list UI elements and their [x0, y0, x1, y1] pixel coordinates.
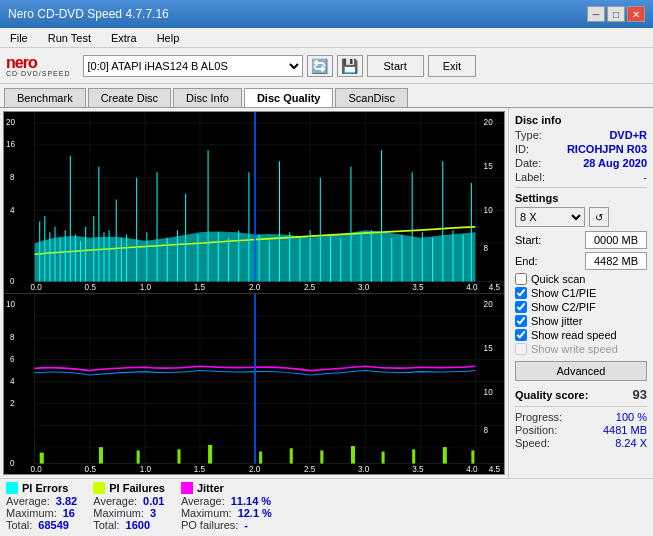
speed-select[interactable]: 8 X — [515, 207, 585, 227]
tab-bar: Benchmark Create Disc Disc Info Disc Qua… — [0, 84, 653, 108]
start-mb-row: Start: 0000 MB — [515, 231, 647, 249]
tab-benchmark[interactable]: Benchmark — [4, 88, 86, 107]
pi-errors-group: PI Errors Average: 3.82 Maximum: 16 Tota… — [6, 482, 77, 531]
svg-rect-108 — [259, 451, 262, 463]
svg-rect-112 — [382, 451, 385, 463]
menu-extra[interactable]: Extra — [105, 31, 143, 45]
tab-disc-quality[interactable]: Disc Quality — [244, 88, 334, 107]
end-input[interactable]: 4482 MB — [585, 252, 647, 270]
disc-date-row: Date: 28 Aug 2020 — [515, 157, 647, 169]
svg-text:0.5: 0.5 — [85, 282, 97, 292]
upper-chart: 20 16 8 4 0 20 15 10 8 0.0 0.5 1.0 1.5 2… — [4, 112, 504, 294]
show-write-speed-checkbox[interactable] — [515, 343, 527, 355]
quality-value: 93 — [633, 387, 647, 402]
jitter-max-val: 12.1 % — [238, 507, 272, 519]
svg-text:0: 0 — [10, 457, 15, 467]
advanced-button[interactable]: Advanced — [515, 361, 647, 381]
menu-help[interactable]: Help — [151, 31, 186, 45]
svg-text:4.5: 4.5 — [489, 464, 501, 474]
speed-value: 8.24 X — [615, 437, 647, 449]
end-mb-row: End: 4482 MB — [515, 252, 647, 270]
window-controls[interactable]: ─ □ ✕ — [587, 6, 645, 22]
position-value: 4481 MB — [603, 424, 647, 436]
pi-failures-avg-val: 0.01 — [143, 495, 164, 507]
svg-text:3.0: 3.0 — [358, 282, 370, 292]
svg-rect-111 — [351, 446, 355, 464]
svg-rect-114 — [443, 447, 447, 463]
show-write-speed-row: Show write speed — [515, 343, 647, 355]
show-jitter-checkbox[interactable] — [515, 315, 527, 327]
window-title: Nero CD-DVD Speed 4.7.7.16 — [8, 7, 169, 21]
tab-disc-info[interactable]: Disc Info — [173, 88, 242, 107]
svg-text:3.0: 3.0 — [358, 464, 370, 474]
pi-failures-title: PI Failures — [93, 482, 165, 494]
close-button[interactable]: ✕ — [627, 6, 645, 22]
show-c2-row: Show C2/PIF — [515, 301, 647, 313]
pi-failures-total-val: 1600 — [126, 519, 150, 531]
svg-text:1.0: 1.0 — [140, 282, 152, 292]
pi-errors-max-val: 16 — [63, 507, 75, 519]
nero-logo-sub: CD·DVD/SPEED — [6, 70, 71, 77]
svg-text:6: 6 — [10, 353, 15, 363]
quick-scan-row: Quick scan — [515, 273, 647, 285]
exit-button[interactable]: Exit — [428, 55, 476, 77]
save-button[interactable]: 💾 — [337, 55, 363, 77]
svg-text:3.5: 3.5 — [412, 282, 424, 292]
svg-text:3.5: 3.5 — [412, 464, 424, 474]
show-c1-label: Show C1/PIE — [531, 287, 596, 299]
disc-type-label: Type: — [515, 129, 542, 141]
settings-title: Settings — [515, 192, 647, 204]
show-c1-checkbox[interactable] — [515, 287, 527, 299]
jitter-label: Jitter — [197, 482, 224, 494]
svg-text:0: 0 — [10, 275, 15, 285]
start-input[interactable]: 0000 MB — [585, 231, 647, 249]
info-panel: Disc info Type: DVD+R ID: RICOHJPN R03 D… — [508, 108, 653, 478]
settings-refresh-btn[interactable]: ↺ — [589, 207, 609, 227]
svg-rect-107 — [208, 444, 212, 463]
svg-text:10: 10 — [484, 386, 493, 396]
disc-id-value: RICOHJPN R03 — [567, 143, 647, 155]
show-c2-checkbox[interactable] — [515, 301, 527, 313]
upper-chart-svg: 20 16 8 4 0 20 15 10 8 0.0 0.5 1.0 1.5 2… — [4, 112, 504, 293]
disc-id-row: ID: RICOHJPN R03 — [515, 143, 647, 155]
svg-text:8: 8 — [484, 424, 489, 434]
tab-create-disc[interactable]: Create Disc — [88, 88, 171, 107]
svg-text:8: 8 — [484, 243, 489, 253]
svg-rect-109 — [290, 448, 293, 463]
pi-errors-legend — [6, 482, 18, 494]
svg-rect-110 — [320, 450, 323, 463]
svg-text:15: 15 — [484, 161, 493, 171]
start-label: Start: — [515, 234, 541, 246]
svg-text:4.0: 4.0 — [466, 282, 478, 292]
svg-text:2.0: 2.0 — [249, 282, 261, 292]
disc-label-label: Label: — [515, 171, 545, 183]
pi-errors-total: Total: 68549 — [6, 519, 77, 531]
svg-text:8: 8 — [10, 172, 15, 182]
show-read-speed-row: Show read speed — [515, 329, 647, 341]
drive-select[interactable]: [0:0] ATAPI iHAS124 B AL0S — [83, 55, 303, 77]
pi-errors-avg-val: 3.82 — [56, 495, 77, 507]
chart-section: 20 16 8 4 0 20 15 10 8 0.0 0.5 1.0 1.5 2… — [3, 111, 505, 475]
maximize-button[interactable]: □ — [607, 6, 625, 22]
start-button[interactable]: Start — [367, 55, 424, 77]
show-c1-row: Show C1/PIE — [515, 287, 647, 299]
menu-file[interactable]: File — [4, 31, 34, 45]
menu-run-test[interactable]: Run Test — [42, 31, 97, 45]
show-write-speed-label: Show write speed — [531, 343, 618, 355]
show-read-speed-checkbox[interactable] — [515, 329, 527, 341]
stats-bar: PI Errors Average: 3.82 Maximum: 16 Tota… — [0, 478, 653, 534]
jitter-title: Jitter — [181, 482, 272, 494]
main-content: 20 16 8 4 0 20 15 10 8 0.0 0.5 1.0 1.5 2… — [0, 108, 653, 534]
progress-section: Progress: 100 % Position: 4481 MB Speed:… — [515, 411, 647, 449]
show-jitter-row: Show jitter — [515, 315, 647, 327]
progress-label: Progress: — [515, 411, 562, 423]
po-failures-val: - — [244, 519, 248, 531]
tab-scan-disc[interactable]: ScanDisc — [335, 88, 407, 107]
quality-row: Quality score: 93 — [515, 387, 647, 402]
refresh-button[interactable]: 🔄 — [307, 55, 333, 77]
quick-scan-checkbox[interactable] — [515, 273, 527, 285]
minimize-button[interactable]: ─ — [587, 6, 605, 22]
pi-failures-avg: Average: 0.01 — [93, 495, 165, 507]
progress-value: 100 % — [616, 411, 647, 423]
disc-label-value: - — [643, 171, 647, 183]
